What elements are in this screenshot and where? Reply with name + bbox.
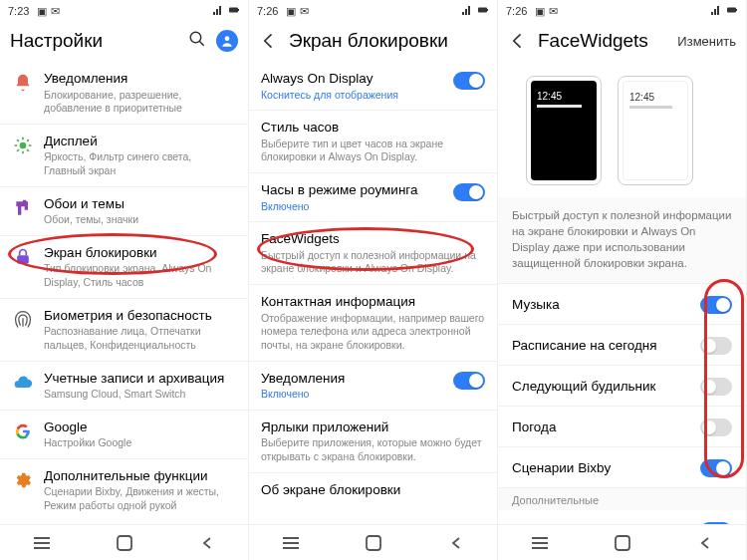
google-icon <box>12 420 34 442</box>
svg-rect-25 <box>367 536 380 550</box>
item-lock-notifications[interactable]: Уведомления Включено <box>249 362 497 411</box>
paint-icon <box>12 197 34 219</box>
signal-icon <box>212 4 224 18</box>
svg-line-13 <box>27 140 29 141</box>
navbar <box>0 524 248 560</box>
item-contact-info[interactable]: Контактная информация Отображение информ… <box>249 285 497 361</box>
navbar <box>249 524 497 560</box>
svg-point-5 <box>20 141 27 148</box>
back-button[interactable] <box>694 532 716 554</box>
row-music[interactable]: Музыка <box>498 284 746 325</box>
item-title: Стиль часов <box>261 119 485 137</box>
item-title: Ярлыки приложений <box>261 419 485 436</box>
back-icon[interactable] <box>259 31 279 51</box>
phone-mock-dark: 12:45 <box>526 76 602 185</box>
item-sub: Блокирование, разрешение, добавление в п… <box>44 89 236 116</box>
preview-time: 12:45 <box>537 91 593 102</box>
item-lockscreen[interactable]: Экран блокировки Тип блокировки экрана, … <box>0 236 248 299</box>
mail-icon: ✉ <box>300 5 309 18</box>
row-alarm[interactable]: Следующий будильник <box>498 366 746 407</box>
mail-icon: ✉ <box>549 5 558 18</box>
camera-icon: ▣ <box>286 5 296 18</box>
toggle-aod-show[interactable] <box>700 522 732 524</box>
search-icon[interactable] <box>188 30 206 52</box>
row-bixby[interactable]: Сценарии Bixby <box>498 447 746 488</box>
back-icon[interactable] <box>508 31 528 51</box>
recent-button[interactable] <box>31 532 53 554</box>
item-accounts[interactable]: Учетные записи и архивация Samsung Cloud… <box>0 362 248 411</box>
phone-preview: 12:45 12:45 <box>498 62 746 197</box>
item-sub: Отображение информации, например вашего … <box>261 312 485 353</box>
toggle-weather[interactable] <box>700 419 732 436</box>
item-title: Уведомления <box>261 370 443 388</box>
navbar <box>498 524 746 560</box>
toggle-aod[interactable] <box>453 72 485 90</box>
recent-button[interactable] <box>280 532 302 554</box>
svg-point-2 <box>190 32 201 43</box>
header: FaceWidgets Изменить <box>498 22 746 62</box>
item-google[interactable]: Google Настройки Google <box>0 411 248 459</box>
item-title: Дополнительные функции <box>44 467 236 485</box>
item-sub: Samsung Cloud, Smart Switch <box>44 388 236 402</box>
battery-icon <box>228 4 240 18</box>
item-roaming-clock[interactable]: Часы в режиме роуминга Включено <box>249 173 497 222</box>
item-title: Контактная информация <box>261 293 485 311</box>
screen-settings: 7:23 ▣ ✉ Настройки Уведомлен <box>0 0 249 560</box>
status-time: 7:26 <box>506 5 527 17</box>
item-app-shortcuts[interactable]: Ярлыки приложений Выберите приложения, к… <box>249 411 497 473</box>
svg-rect-14 <box>17 255 29 263</box>
mail-icon: ✉ <box>51 5 60 18</box>
item-sub: Быстрый доступ к полезной информации на … <box>261 249 485 276</box>
item-about-lock[interactable]: Об экране блокировки <box>249 473 497 507</box>
header: Экран блокировки <box>249 22 497 62</box>
toggle-bixby[interactable] <box>700 459 732 477</box>
svg-rect-31 <box>616 536 629 550</box>
toggle-roaming[interactable] <box>453 183 485 201</box>
row-weather[interactable]: Погода <box>498 407 746 447</box>
item-title: Обои и темы <box>44 195 236 213</box>
row-aod-show[interactable]: Показ на Always On Display <box>498 510 746 524</box>
item-sub: Включено <box>261 388 443 402</box>
page-title: Настройки <box>10 30 188 52</box>
home-button[interactable] <box>114 532 135 554</box>
item-title: Часы в режиме роуминга <box>261 181 443 199</box>
bell-icon <box>12 72 34 94</box>
back-button[interactable] <box>445 532 467 554</box>
item-sub: Яркость, Фильтр синего света, Главный эк… <box>44 150 236 177</box>
back-button[interactable] <box>196 532 218 554</box>
item-title: Учетные записи и архивация <box>44 370 236 388</box>
svg-rect-26 <box>727 8 736 13</box>
toggle-music[interactable] <box>700 296 732 314</box>
toggle-alarm[interactable] <box>700 378 732 396</box>
row-label: Расписание на сегодня <box>512 338 657 353</box>
gear-icon <box>12 469 34 491</box>
toggle-schedule[interactable] <box>700 337 732 355</box>
home-button[interactable] <box>363 532 384 554</box>
settings-list: Уведомления Блокирование, разрешение, до… <box>0 62 248 524</box>
item-display[interactable]: Дисплей Яркость, Фильтр синего света, Гл… <box>0 125 248 187</box>
fingerprint-icon <box>12 309 34 331</box>
item-biometrics[interactable]: Биометрия и безопасность Распознавание л… <box>0 299 248 362</box>
avatar[interactable] <box>216 30 238 52</box>
item-themes[interactable]: Обои и темы Обои, темы, значки <box>0 187 248 236</box>
camera-icon: ▣ <box>37 5 47 18</box>
status-time: 7:26 <box>257 5 278 17</box>
item-notifications[interactable]: Уведомления Блокирование, разрешение, до… <box>0 62 248 125</box>
svg-point-4 <box>225 36 230 41</box>
item-advanced[interactable]: Дополнительные функции Сценарии Bixby, Д… <box>0 459 248 521</box>
camera-icon: ▣ <box>535 5 545 18</box>
svg-rect-27 <box>736 9 737 11</box>
phone-mock-light: 12:45 <box>618 76 693 185</box>
home-button[interactable] <box>612 532 633 554</box>
recent-button[interactable] <box>529 532 551 554</box>
item-aod[interactable]: Always On Display Коснитесь для отображе… <box>249 62 497 111</box>
svg-line-11 <box>27 149 29 151</box>
item-clock-style[interactable]: Стиль часов Выберите тип и цвет часов на… <box>249 111 497 173</box>
item-sub: Обои, темы, значки <box>44 213 236 227</box>
item-sub: Выберите приложения, которые можно будет… <box>261 436 485 463</box>
item-facewidgets[interactable]: FaceWidgets Быстрый доступ к полезной ин… <box>249 222 497 285</box>
row-schedule[interactable]: Расписание на сегодня <box>498 325 746 366</box>
toggle-notif[interactable] <box>453 372 485 390</box>
svg-rect-1 <box>238 9 239 11</box>
edit-button[interactable]: Изменить <box>677 34 736 49</box>
